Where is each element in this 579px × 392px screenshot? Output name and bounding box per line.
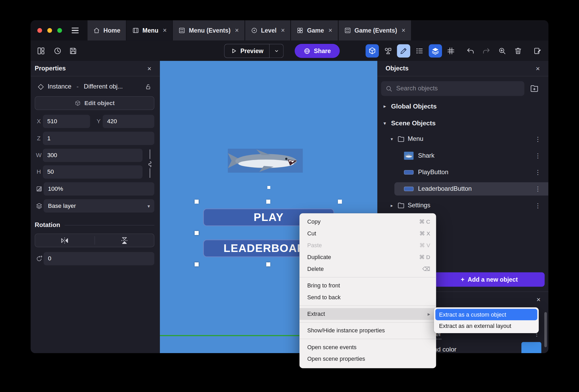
grid-toggle-icon[interactable] <box>444 44 458 58</box>
close-icon[interactable]: × <box>402 27 405 34</box>
object-shark[interactable]: Shark ⋮ <box>377 149 548 162</box>
close-icon[interactable]: × <box>536 65 540 72</box>
menu-item-send-to-back[interactable]: Send to back <box>299 291 436 303</box>
shark-sprite[interactable] <box>228 149 303 173</box>
selection-handle[interactable] <box>195 200 199 204</box>
aspect-link[interactable] <box>146 149 154 179</box>
tab-menu-events[interactable]: Menu (Events) × <box>173 20 244 40</box>
opacity-input[interactable] <box>44 182 154 196</box>
scene-objects-group[interactable]: ▾ Scene Objects <box>377 117 548 129</box>
preview-button[interactable]: Preview <box>224 44 284 58</box>
zoom-icon[interactable] <box>496 44 509 58</box>
w-row: W <box>35 149 154 162</box>
3d-view-toggle-icon[interactable] <box>365 44 379 58</box>
z-input[interactable] <box>43 132 154 145</box>
search-input[interactable] <box>396 85 520 92</box>
tab-home[interactable]: Home <box>88 20 126 40</box>
close-icon[interactable]: × <box>235 27 239 34</box>
submenu-item-extract-external-layout[interactable]: Extract as an external layout <box>435 320 537 332</box>
objects-search-row <box>377 76 548 96</box>
menu-item-copy[interactable]: Copy⌘ C <box>299 216 436 228</box>
menu-item-bring-to-front[interactable]: Bring to front <box>299 280 436 291</box>
folder-settings[interactable]: ▸ Settings ⋮ <box>377 199 548 212</box>
folder-menu[interactable]: ▾ Menu ⋮ <box>377 132 548 146</box>
trash-icon[interactable] <box>511 44 525 58</box>
edit-scene-icon[interactable] <box>531 44 544 58</box>
close-window-button[interactable] <box>37 28 42 33</box>
edit-mode-icon[interactable] <box>397 44 410 58</box>
history-icon[interactable] <box>51 44 64 58</box>
share-button[interactable]: Share <box>295 44 340 58</box>
close-icon[interactable]: × <box>281 27 285 34</box>
selection-handle[interactable] <box>195 231 199 235</box>
close-icon[interactable]: × <box>328 27 332 34</box>
tab-label: Game <box>307 27 324 34</box>
overflow-menu-icon[interactable]: ⋮ <box>535 152 548 159</box>
menu-item-extract[interactable]: Extract▸ <box>299 308 436 320</box>
search-box[interactable] <box>381 81 524 96</box>
background-color-swatch[interactable] <box>521 342 541 353</box>
zoom-window-button[interactable] <box>57 28 62 33</box>
undo-icon[interactable] <box>464 44 477 58</box>
z-row: Z <box>35 132 154 145</box>
tab-label: Home <box>103 27 120 34</box>
tab-menu[interactable]: Menu × <box>126 20 172 40</box>
selection-handle[interactable] <box>338 200 342 204</box>
x-input[interactable] <box>43 115 90 128</box>
scrollbar[interactable] <box>544 312 547 347</box>
global-objects-group[interactable]: ▸ Global Objects <box>377 100 548 112</box>
y-input[interactable] <box>103 115 154 128</box>
overflow-menu-icon[interactable]: ⋮ <box>535 135 548 143</box>
layer-select[interactable]: Base layer ▾ <box>44 199 154 213</box>
close-icon[interactable]: × <box>147 65 151 72</box>
menu-item-cut[interactable]: Cut⌘ X <box>299 228 436 239</box>
main-menu-icon[interactable] <box>72 28 79 33</box>
preview-options-button[interactable] <box>270 44 284 58</box>
add-new-object-button[interactable]: + Add a new object <box>434 272 545 287</box>
close-icon[interactable]: × <box>536 296 541 304</box>
objects-title: Objects <box>385 65 409 72</box>
objects-list-icon[interactable] <box>382 44 395 58</box>
object-label: Shark <box>418 152 434 159</box>
instance-object-name: Different obj... <box>84 83 123 90</box>
height-input[interactable] <box>43 165 143 179</box>
project-manager-icon[interactable] <box>34 44 48 58</box>
tab-level[interactable]: Level × <box>245 20 290 40</box>
instances-list-icon[interactable] <box>413 44 426 58</box>
selection-handle[interactable] <box>195 262 199 266</box>
tab-game[interactable]: Game × <box>291 20 338 40</box>
preview-main[interactable]: Preview <box>224 44 270 58</box>
overflow-menu-icon[interactable]: ⋮ <box>535 168 548 176</box>
new-folder-icon[interactable] <box>530 84 539 93</box>
minimize-window-button[interactable] <box>47 28 52 33</box>
menu-item-open-scene-events[interactable]: Open scene events <box>299 341 436 353</box>
menu-item-duplicate[interactable]: Duplicate⌘ D <box>299 251 436 263</box>
button-thumbnail <box>404 170 414 174</box>
selection-handle[interactable] <box>266 262 270 266</box>
folder-icon <box>397 202 405 209</box>
menu-item-show-hide-instance-properties[interactable]: Show/Hide instance properties <box>299 325 436 337</box>
layers-icon[interactable] <box>429 44 442 58</box>
tab-game-events[interactable]: Game (Events) × <box>339 20 411 40</box>
menu-separator <box>299 322 436 322</box>
menu-item-open-scene-properties[interactable]: Open scene properties <box>299 353 436 365</box>
edit-object-button[interactable]: Edit object <box>35 96 154 110</box>
object-leaderboardbutton[interactable]: LeaderboardButton ⋮ <box>394 182 548 196</box>
flip-horizontal-button[interactable] <box>35 234 94 247</box>
width-input[interactable] <box>43 149 143 162</box>
selection-handle[interactable] <box>266 200 270 204</box>
grid-icon <box>297 27 304 34</box>
flip-vertical-button[interactable] <box>95 234 154 247</box>
submenu-item-extract-custom-object[interactable]: Extract as a custom object <box>435 309 537 320</box>
instance-summary: Instance - Different obj... <box>35 80 154 94</box>
object-playbutton[interactable]: PlayButton ⋮ <box>377 166 548 179</box>
overflow-menu-icon[interactable]: ⋮ <box>535 185 548 193</box>
redo-icon[interactable] <box>480 44 493 58</box>
rotation-input[interactable] <box>44 252 154 265</box>
overflow-menu-icon[interactable]: ⋮ <box>535 202 548 209</box>
menu-item-delete[interactable]: Delete⌫ <box>299 263 436 275</box>
close-icon[interactable]: × <box>163 27 167 34</box>
lock-open-icon[interactable] <box>145 84 151 90</box>
chevron-down-icon: ▾ <box>389 137 394 142</box>
save-icon[interactable] <box>67 44 80 58</box>
